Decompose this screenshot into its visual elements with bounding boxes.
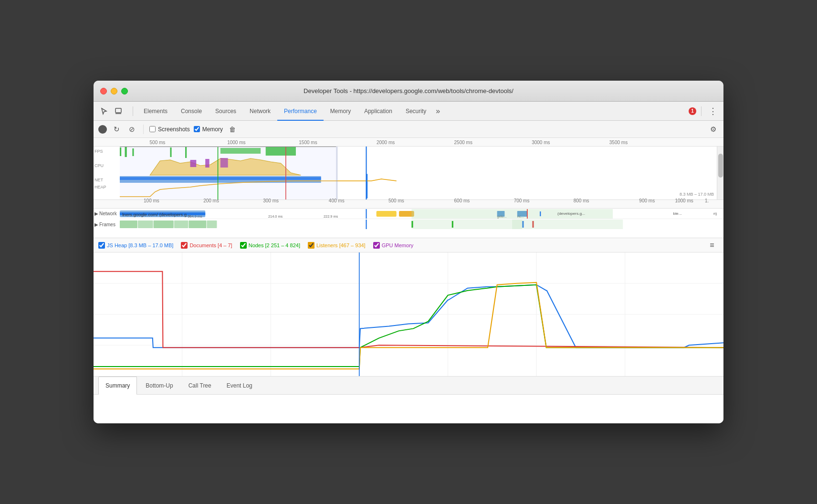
ruler-label-3000: 3000 ms xyxy=(532,140,550,145)
reload-button[interactable]: ↻ xyxy=(111,124,122,135)
js-heap-checkbox[interactable] xyxy=(98,242,105,249)
minimize-button[interactable] xyxy=(111,88,117,94)
bottom-ruler-700: 700 ms xyxy=(514,198,530,203)
summary-content xyxy=(94,395,723,423)
memory-chart xyxy=(94,252,723,377)
inspect-icon xyxy=(115,107,122,115)
bottom-ruler: 100 ms 200 ms 300 ms 400 ms 500 ms 600 m… xyxy=(94,200,723,209)
memory-chart-svg xyxy=(94,252,723,376)
documents-checkbox[interactable] xyxy=(181,242,188,249)
clear-button[interactable]: ⊘ xyxy=(126,124,137,135)
heap-label: HEAP xyxy=(94,185,106,189)
cursor-icon xyxy=(100,107,108,115)
timeline-detail-area: 100 ms 200 ms 300 ms 400 ms 500 ms 600 m… xyxy=(94,200,723,238)
legend-js-heap: JS Heap [8.3 MB – 17.0 MB] xyxy=(98,242,173,249)
titlebar: Developer Tools - https://developers.goo… xyxy=(94,81,723,102)
trash-button[interactable]: 🗑 xyxy=(227,124,238,135)
memory-legend: JS Heap [8.3 MB – 17.0 MB] Documents [4 … xyxy=(94,238,723,252)
frames-row: ▶ Frames xyxy=(120,219,723,230)
legend-menu: ≡ xyxy=(705,239,719,252)
legend-documents: Documents [4 – 7] xyxy=(181,242,232,249)
memory-checkbox[interactable] xyxy=(194,126,200,132)
network-bars-svg: lners.google.com/ (developers.g... 364.9… xyxy=(120,209,723,219)
main-toolbar: Elements Console Sources Network Perform… xyxy=(94,102,723,121)
tab-event-log[interactable]: Event Log xyxy=(220,377,259,395)
screenshots-checkbox-label[interactable]: Screenshots xyxy=(149,126,190,133)
svg-text:n): n) xyxy=(713,211,717,216)
overview-chart-svg xyxy=(120,147,723,200)
cpu-label: CPU xyxy=(94,163,104,168)
legend-menu-button[interactable]: ≡ xyxy=(705,239,719,252)
ctrl-separator-1 xyxy=(143,125,144,134)
svg-text:222.9 ms: 222.9 ms xyxy=(324,214,338,219)
listeners-checkbox[interactable] xyxy=(308,242,314,249)
nodes-checkbox[interactable] xyxy=(240,242,247,249)
scrollbar-thumb[interactable] xyxy=(718,154,723,178)
svg-rect-46 xyxy=(174,220,189,228)
gpu-memory-checkbox[interactable] xyxy=(373,242,380,249)
network-row: ▶ Network lners.google.com/ (developers.… xyxy=(120,209,723,219)
metric-rows: FPS CPU NET HEAP 8.3 MB – 17.0 MB xyxy=(94,147,723,200)
fps-label: FPS xyxy=(94,149,103,154)
bottom-ruler-600: 600 ms xyxy=(454,198,470,203)
ruler-label-1500: 1500 ms xyxy=(299,140,317,145)
tab-bottom-up[interactable]: Bottom-Up xyxy=(139,377,179,395)
svg-text:364.9 ms: 364.9 ms xyxy=(188,214,202,219)
net-label: NET xyxy=(94,178,103,182)
ruler-label-2000: 2000 ms xyxy=(377,140,395,145)
legend-listeners: Listeners [467 – 934] xyxy=(308,242,366,249)
legend-gpu-memory: GPU Memory xyxy=(373,242,414,249)
record-button[interactable] xyxy=(98,125,107,134)
tab-elements[interactable]: Elements xyxy=(137,102,174,121)
documents-label: Documents [4 – 7] xyxy=(189,242,232,248)
tab-console[interactable]: Console xyxy=(174,102,209,121)
tab-call-tree[interactable]: Call Tree xyxy=(182,377,218,395)
tab-application[interactable]: Application xyxy=(357,102,399,121)
more-tabs-button[interactable]: » xyxy=(433,102,443,121)
svg-rect-42 xyxy=(540,211,541,216)
tab-sources[interactable]: Sources xyxy=(209,102,243,121)
svg-text:(developers.g...: (developers.g... xyxy=(557,211,585,216)
inspect-button[interactable] xyxy=(112,105,125,117)
tab-performance[interactable]: Performance xyxy=(277,102,324,121)
network-row-label: Network xyxy=(99,211,117,216)
tab-summary[interactable]: Summary xyxy=(98,377,137,395)
svg-text:ble...: ble... xyxy=(673,211,682,216)
tab-security[interactable]: Security xyxy=(399,102,433,121)
tab-network[interactable]: Network xyxy=(243,102,277,121)
gpu-memory-label: GPU Memory xyxy=(382,242,414,248)
bottom-ruler-200: 200 ms xyxy=(203,198,219,203)
tab-memory[interactable]: Memory xyxy=(324,102,357,121)
svg-rect-21 xyxy=(120,147,336,147)
bottom-ruler-800: 800 ms xyxy=(574,198,589,203)
close-button[interactable] xyxy=(100,88,107,94)
svg-rect-47 xyxy=(189,220,206,228)
ruler-label-500: 500 ms xyxy=(150,140,166,145)
bottom-ruler-1000: 1000 ms xyxy=(675,198,693,203)
svg-rect-36 xyxy=(411,209,512,219)
overview-scrollbar[interactable] xyxy=(717,147,723,200)
memory-checkbox-label[interactable]: Memory xyxy=(194,126,223,133)
error-badge[interactable]: 1 xyxy=(689,107,696,115)
svg-text:lners.google.com/ (developers.: lners.google.com/ (developers.g... xyxy=(122,212,190,217)
memory-label: Memory xyxy=(202,126,223,133)
devtools-menu-button[interactable]: ⋮ xyxy=(706,105,720,117)
screenshots-checkbox[interactable] xyxy=(149,126,156,132)
bottom-ruler-500: 500 ms xyxy=(388,198,404,203)
bottom-ruler-300: 300 ms xyxy=(263,198,279,203)
svg-rect-26 xyxy=(377,211,397,217)
bottom-ruler-900: 900 ms xyxy=(639,198,655,203)
bottom-ruler-100: 100 ms xyxy=(144,198,159,203)
settings-button[interactable]: ⚙ xyxy=(707,124,719,135)
traffic-lights xyxy=(100,88,128,94)
nodes-label: Nodes [2 251 – 4 824] xyxy=(249,242,300,248)
svg-rect-0 xyxy=(115,108,121,113)
listeners-label: Listeners [467 – 934] xyxy=(316,242,366,248)
toolbar-separator-2 xyxy=(701,106,702,116)
ruler-label-3500: 3500 ms xyxy=(609,140,628,145)
bottom-ruler-1dot: 1. xyxy=(705,198,709,203)
svg-rect-44 xyxy=(138,220,153,228)
svg-rect-54 xyxy=(512,220,623,229)
maximize-button[interactable] xyxy=(121,88,128,94)
cursor-tool-button[interactable] xyxy=(97,105,111,117)
